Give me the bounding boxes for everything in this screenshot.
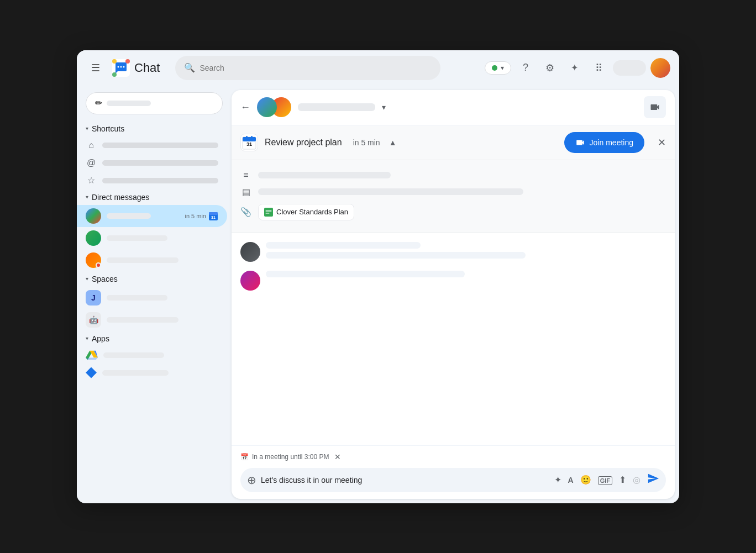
settings-button[interactable]: ⚙: [540, 58, 560, 78]
table-row: [240, 242, 666, 262]
dm2-avatar-icon: [86, 230, 101, 246]
more-options-button[interactable]: ◎: [631, 472, 643, 487]
gif-button[interactable]: GIF: [596, 473, 615, 487]
star-icon: ☆: [86, 175, 97, 186]
sidebar-item-dm-1[interactable]: in 5 min 31: [77, 205, 227, 227]
search-bar: 🔍: [175, 56, 440, 80]
svg-rect-6: [112, 72, 117, 77]
sparkle-button[interactable]: ✦: [552, 472, 564, 487]
meeting-detail-row-1: ≡: [240, 167, 666, 183]
send-button[interactable]: [647, 472, 659, 488]
attachment-chip[interactable]: Clover Standards Plan: [258, 204, 354, 220]
svg-point-1: [118, 66, 119, 67]
svg-rect-8: [209, 212, 218, 215]
message-avatar-2: [240, 271, 260, 291]
svg-point-2: [120, 66, 122, 67]
sidebar-item-dm-3[interactable]: [77, 249, 227, 271]
meeting-expand-icon[interactable]: ▲: [389, 138, 397, 147]
drive-icon: [86, 350, 98, 361]
video-icon: [649, 102, 660, 113]
send-icon: [647, 472, 659, 484]
meeting-details: ≡ ▤ 📎: [232, 160, 675, 233]
meeting-detail-row-2: ▤: [240, 183, 666, 201]
new-chat-button[interactable]: ✏: [86, 92, 223, 114]
emoji-button[interactable]: 🙂: [578, 472, 594, 487]
dm-section-label: Direct messages: [92, 193, 149, 202]
help-button[interactable]: ?: [516, 58, 536, 78]
svg-point-3: [123, 66, 125, 67]
upload-button[interactable]: ⬆: [617, 472, 628, 487]
dm1-extras: in 5 min 31: [185, 211, 218, 221]
drive-label: [103, 352, 164, 358]
chat-avatar-primary-icon: [257, 97, 277, 117]
meeting-detail-text-1: [258, 172, 391, 178]
top-bar-actions: ▾ ? ⚙ ✦ ⠿: [485, 58, 670, 78]
app-title: Chat: [134, 61, 160, 75]
space-j-label: [107, 295, 167, 301]
message-line-1-1: [266, 242, 421, 249]
chat-header: ← ▾: [232, 90, 675, 125]
attachment-icon: 📎: [240, 207, 251, 217]
message-text-input[interactable]: [261, 476, 548, 484]
sidebar-item-space-bot[interactable]: 🤖: [77, 309, 227, 331]
user-name-area: [613, 60, 646, 76]
dm1-time-badge: in 5 min: [185, 213, 206, 219]
sidebar-item-starred[interactable]: ☆: [77, 172, 227, 189]
join-video-icon: [575, 138, 585, 148]
sidebar-item-app-diamond[interactable]: [77, 364, 227, 382]
chat-avatars: [257, 97, 291, 117]
status-chip[interactable]: ▾: [485, 61, 511, 75]
app-window: ☰ Chat 🔍: [77, 50, 679, 503]
dm2-name-label: [107, 235, 167, 241]
input-actions: ✦ A 🙂 GIF ⬆ ◎: [552, 472, 643, 487]
search-input[interactable]: [200, 64, 432, 72]
message-line-2-1: [266, 271, 465, 277]
spaces-collapse-icon: ▾: [86, 276, 88, 282]
sidebar-item-space-j[interactable]: J: [77, 287, 227, 309]
meeting-status-close-button[interactable]: ✕: [334, 452, 341, 461]
svg-rect-13: [246, 136, 248, 139]
close-meeting-button[interactable]: ✕: [658, 136, 666, 149]
space-bot-label: [107, 317, 179, 323]
sidebar: ✏ ▾ Shortcuts ⌂ @ ☆ ▾: [77, 86, 232, 503]
user-avatar[interactable]: [650, 58, 670, 78]
add-attachment-button[interactable]: ⊕: [247, 473, 256, 487]
sidebar-item-drive[interactable]: [77, 346, 227, 364]
shortcut-starred-label: [102, 178, 218, 183]
space-j-avatar: J: [86, 290, 101, 306]
sidebar-item-dm-2[interactable]: [77, 227, 227, 249]
shortcut-mentions-label: [102, 160, 218, 166]
space-bot-avatar: 🤖: [86, 312, 101, 328]
shortcut-home-label: [102, 143, 218, 148]
dm1-avatar: [86, 208, 101, 224]
svg-rect-17: [266, 211, 272, 212]
chat-name-chevron-icon[interactable]: ▾: [382, 103, 386, 112]
dm-section-header[interactable]: ▾ Direct messages: [77, 189, 232, 205]
back-button[interactable]: ←: [240, 102, 250, 113]
dm3-avatar-wrap: [86, 252, 101, 268]
meeting-status-text: In a meeting until 3:00 PM: [252, 453, 329, 461]
sidebar-item-mentions[interactable]: @: [77, 154, 227, 172]
google-apps-button[interactable]: ⠿: [589, 58, 608, 78]
attachment-label: Clover Standards Plan: [276, 208, 348, 216]
spaces-section-header[interactable]: ▾ Spaces: [77, 271, 232, 287]
format-text-button[interactable]: A: [566, 473, 576, 487]
gemini-button[interactable]: ✦: [564, 58, 584, 78]
shortcuts-label: Shortcuts: [92, 124, 124, 133]
messages-area: [232, 233, 675, 445]
calendar-icon: 31: [240, 134, 258, 151]
apps-section-header[interactable]: ▾ Apps: [77, 331, 232, 346]
search-input-wrap[interactable]: 🔍: [175, 56, 440, 80]
svg-rect-5: [125, 59, 130, 64]
svg-rect-4: [112, 59, 117, 64]
apps-collapse-icon: ▾: [86, 335, 88, 341]
shortcuts-section-header[interactable]: ▾ Shortcuts: [77, 121, 232, 136]
video-call-button[interactable]: [644, 96, 666, 118]
svg-rect-18: [266, 213, 270, 213]
table-row: [240, 271, 666, 291]
join-meeting-button[interactable]: Join meeting: [564, 132, 644, 153]
sidebar-item-home[interactable]: ⌂: [77, 136, 227, 154]
new-chat-icon: ✏: [95, 98, 102, 108]
home-icon: ⌂: [86, 140, 97, 151]
menu-button[interactable]: ☰: [86, 58, 106, 78]
